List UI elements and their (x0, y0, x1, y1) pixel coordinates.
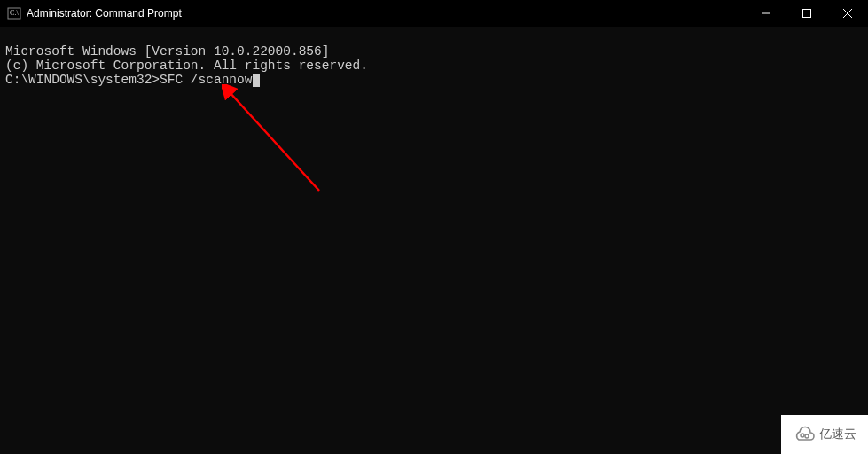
text-cursor (253, 74, 260, 87)
cloud-icon (793, 426, 816, 443)
terminal-line: (c) Microsoft Corporation. All rights re… (5, 59, 863, 73)
svg-point-8 (801, 434, 804, 437)
maximize-button[interactable] (786, 0, 827, 27)
svg-text:C:\: C:\ (10, 9, 20, 17)
terminal-line: Microsoft Windows [Version 10.0.22000.85… (5, 44, 863, 59)
svg-line-4 (843, 9, 852, 18)
window-controls (746, 0, 868, 27)
svg-line-5 (843, 9, 852, 18)
cmd-icon: C:\ (7, 6, 21, 20)
prompt-path: C:\WINDOWS\system32> (5, 73, 160, 87)
svg-point-9 (805, 434, 809, 438)
terminal-prompt-line: C:\WINDOWS\system32>SFC /scannow (5, 73, 863, 87)
svg-rect-3 (803, 10, 811, 18)
svg-line-7 (229, 91, 319, 191)
watermark-text: 亿速云 (819, 427, 856, 442)
titlebar[interactable]: C:\ Administrator: Command Prompt (0, 0, 868, 27)
close-button[interactable] (827, 0, 868, 27)
typed-command: SFC /scannow (160, 73, 252, 87)
window-title: Administrator: Command Prompt (27, 7, 746, 20)
watermark: 亿速云 (781, 415, 868, 454)
minimize-button[interactable] (746, 0, 786, 27)
terminal-output[interactable]: Microsoft Windows [Version 10.0.22000.85… (0, 27, 868, 105)
